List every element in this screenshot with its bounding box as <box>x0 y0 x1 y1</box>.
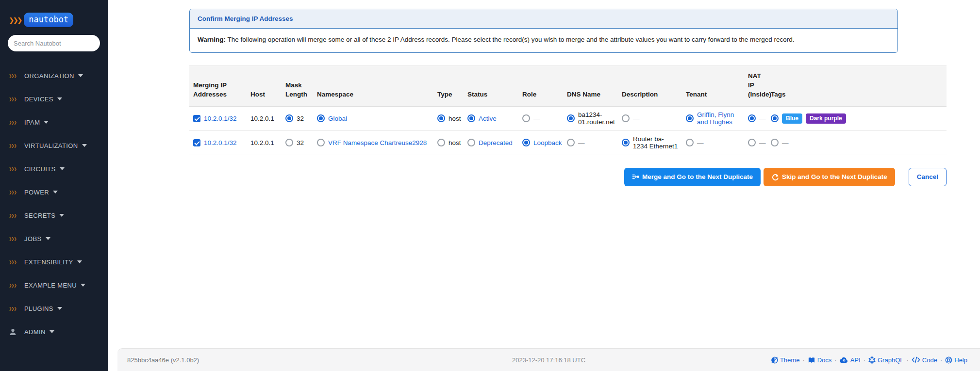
footer-link-label: Docs <box>817 356 832 364</box>
column-header-host: Host <box>247 66 282 107</box>
attribute-radio[interactable] <box>285 114 293 122</box>
attribute-radio[interactable] <box>686 114 694 122</box>
attribute-radio[interactable] <box>622 139 630 146</box>
version-text: 825bbc4aa46e (v2.1.0b2) <box>127 356 199 364</box>
cell-mask-length: 32 <box>282 106 313 130</box>
footer-link-api[interactable]: API <box>840 356 861 364</box>
sidebar-item-virtualization[interactable]: ❯❯❯VIRTUALIZATION <box>0 134 108 157</box>
sidebar-item-label: ORGANIZATION <box>24 72 74 80</box>
merge-next-duplicate-button[interactable]: Merge and Go to the Next Duplicate <box>624 168 761 186</box>
cell-status: Deprecated <box>464 130 518 155</box>
attribute-radio[interactable] <box>686 139 694 146</box>
warning-message: Warning: The following operation will me… <box>190 29 897 52</box>
attribute-radio[interactable] <box>622 114 630 122</box>
cell-text: — <box>578 139 585 146</box>
attribute-radio[interactable] <box>437 139 445 146</box>
dot-separator: · <box>834 356 836 364</box>
sidebar-item-power[interactable]: ❯❯❯POWER <box>0 180 108 204</box>
cell-link[interactable]: Active <box>479 115 497 122</box>
cell-text: — <box>782 139 789 146</box>
chevron-down-icon <box>78 74 83 77</box>
footer-link-label: GraphQL <box>878 356 903 364</box>
column-header-description: Description <box>618 66 682 107</box>
cancel-button-label: Cancel <box>917 173 938 180</box>
column-header-status: Status <box>464 66 518 107</box>
table-header-row: Merging IP AddressesHostMask LengthNames… <box>189 66 947 107</box>
cell-namespace: Global <box>313 106 433 130</box>
cell-link[interactable]: 10.2.0.1/32 <box>204 115 237 122</box>
search-input[interactable] <box>8 35 100 51</box>
footer-link-theme[interactable]: Theme <box>771 356 799 364</box>
attribute-radio[interactable] <box>467 114 475 122</box>
column-header-namespace: Namespace <box>313 66 433 107</box>
attribute-radio[interactable] <box>522 114 530 122</box>
attribute-radio[interactable] <box>567 114 575 122</box>
sidebar-item-ipam[interactable]: ❯❯❯IPAM <box>0 111 108 134</box>
cell-link[interactable]: Global <box>328 115 347 122</box>
footer: 825bbc4aa46e (v2.1.0b2) 2023-12-20 17:16… <box>117 348 980 371</box>
attribute-radio[interactable] <box>748 139 756 146</box>
attribute-radio[interactable] <box>771 139 779 146</box>
cell-link[interactable]: 10.2.0.1/32 <box>204 139 237 146</box>
cell-link[interactable]: Loopback <box>533 139 562 146</box>
docs-icon <box>808 356 815 364</box>
attribute-radio[interactable] <box>748 114 756 122</box>
cell-role: — <box>518 106 563 130</box>
timestamp: 2023-12-20 17:16:18 UTC <box>512 356 585 364</box>
sidebar-item-label: PLUGINS <box>24 305 53 312</box>
tag-badge[interactable]: Blue <box>782 113 802 124</box>
cell-link[interactable]: Deprecated <box>479 139 513 146</box>
attribute-radio[interactable] <box>567 139 575 146</box>
logo-chevrons-icon: ❯❯❯ <box>9 15 21 25</box>
cell-tenant: Griffin, Flynn and Hughes <box>682 106 744 130</box>
table-row: 10.2.0.1/3210.2.0.132GlobalhostActive—ba… <box>189 106 947 130</box>
cell-text: host <box>448 115 461 122</box>
attribute-radio[interactable] <box>522 139 530 146</box>
cell-merging-ip-addresses: 10.2.0.1/32 <box>189 130 247 155</box>
cell-text: — <box>697 139 704 146</box>
footer-link-label: API <box>850 356 861 364</box>
merge-checkbox[interactable] <box>193 139 200 146</box>
sidebar-item-extensibility[interactable]: ❯❯❯EXTENSIBILITY <box>0 250 108 274</box>
nautobot-logo[interactable]: ❯❯❯ nautobot <box>0 0 108 27</box>
sidebar-item-jobs[interactable]: ❯❯❯JOBS <box>0 227 108 250</box>
attribute-radio[interactable] <box>437 114 445 122</box>
sidebar-item-organization[interactable]: ❯❯❯ORGANIZATION <box>0 64 108 87</box>
theme-icon <box>771 356 778 364</box>
cell-text: 32 <box>297 115 304 122</box>
sidebar-item-devices[interactable]: ❯❯❯DEVICES <box>0 87 108 111</box>
dot-separator: · <box>864 356 865 364</box>
cell-status: Active <box>464 106 518 130</box>
footer-link-code[interactable]: Code <box>912 356 937 364</box>
sidebar-item-example-menu[interactable]: ❯❯❯EXAMPLE MENU <box>0 274 108 297</box>
logo-text: nautobot <box>24 13 73 27</box>
sidebar-item-circuits[interactable]: ❯❯❯CIRCUITS <box>0 157 108 180</box>
sidebar-item-secrets[interactable]: ❯❯❯SECRETS <box>0 204 108 227</box>
attribute-radio[interactable] <box>317 139 325 146</box>
cell-text: — <box>759 139 766 146</box>
sidebar-item-label: POWER <box>24 189 49 196</box>
sidebar-item-plugins[interactable]: ❯❯❯PLUGINS <box>0 297 108 320</box>
attribute-radio[interactable] <box>317 114 325 122</box>
cancel-button[interactable]: Cancel <box>909 168 947 186</box>
cell-nat-ip-inside: — <box>744 106 767 130</box>
chevron-down-icon <box>57 97 62 100</box>
cell-host: 10.2.0.1 <box>247 106 282 130</box>
merge-checkbox[interactable] <box>193 115 200 122</box>
footer-link-help[interactable]: Help <box>945 356 967 364</box>
attribute-radio[interactable] <box>771 114 779 122</box>
cell-link[interactable]: Griffin, Flynn and Hughes <box>697 111 740 126</box>
sidebar-item-admin[interactable]: ADMIN <box>0 320 108 343</box>
footer-link-graphql[interactable]: GraphQL <box>868 356 903 364</box>
panel-title: Confirm Merging IP Addresses <box>190 9 897 29</box>
attribute-radio[interactable] <box>467 139 475 146</box>
cell-text: host <box>448 139 461 146</box>
table-row: 10.2.0.1/3210.2.0.132VRF Namespace Chart… <box>189 130 947 155</box>
chevron-down-icon <box>59 214 64 217</box>
cell-link[interactable]: VRF Namespace Chartreuse2928 <box>328 139 427 146</box>
footer-link-docs[interactable]: Docs <box>808 356 832 364</box>
chevron-down-icon <box>57 307 62 310</box>
tag-badge[interactable]: Dark purple <box>806 113 846 124</box>
attribute-radio[interactable] <box>285 139 293 146</box>
skip-next-duplicate-button[interactable]: Skip and Go to the Next Duplicate <box>764 168 895 186</box>
